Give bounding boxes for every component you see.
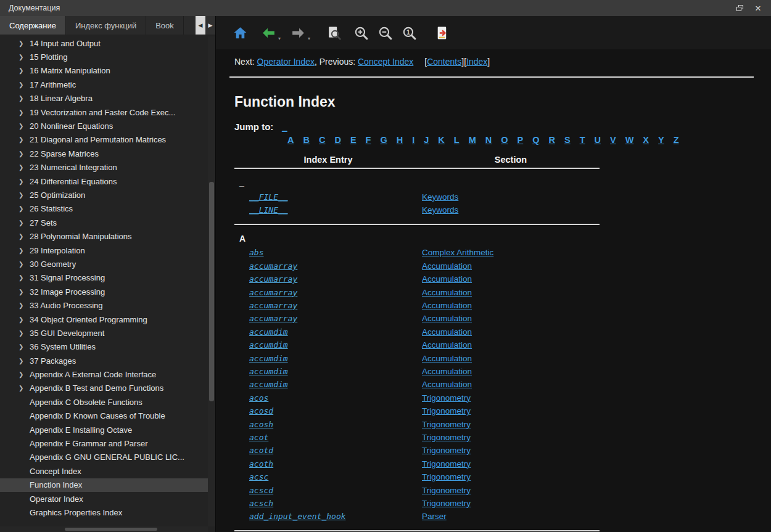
sidebar-item[interactable]: ❯Appendix A External Code Interface	[0, 367, 208, 381]
chevron-right-icon[interactable]: ❯	[19, 302, 30, 309]
sidebar-item[interactable]: Appendix E Installing Octave	[0, 423, 208, 436]
chevron-right-icon[interactable]: ❯	[19, 67, 30, 74]
section-link[interactable]: Trigonometry	[422, 420, 471, 429]
sidebar-item[interactable]: Appendix F Grammar and Parser	[0, 436, 208, 450]
dropdown-arrow-icon[interactable]: ▾	[278, 36, 281, 41]
chevron-right-icon[interactable]: ❯	[19, 95, 30, 102]
section-link[interactable]: Accumulation	[422, 301, 472, 310]
chevron-right-icon[interactable]: ❯	[19, 109, 30, 116]
sidebar-horizontal-scrollbar[interactable]	[0, 526, 208, 532]
jump-underscore-link[interactable]: _	[282, 121, 287, 132]
sidebar-item[interactable]: Graphics Properties Index	[0, 505, 208, 519]
sidebar-item[interactable]: ❯30 Geometry	[0, 257, 208, 271]
jump-letter-link[interactable]: A	[287, 135, 294, 145]
sidebar-item[interactable]: ❯19 Vectorization and Faster Code Exec..…	[0, 105, 208, 119]
tab-scroll-left-button[interactable]: ◀	[196, 16, 205, 35]
chevron-right-icon[interactable]: ❯	[19, 178, 30, 185]
function-link[interactable]: add_input_event_hook	[249, 512, 346, 521]
sidebar-item[interactable]: ❯24 Differential Equations	[0, 174, 208, 188]
zoom-original-button[interactable]: 1	[400, 23, 418, 42]
find-button[interactable]	[324, 23, 343, 42]
jump-letter-link[interactable]: S	[564, 135, 571, 145]
function-link[interactable]: __FILE__	[249, 192, 288, 202]
sidebar-item[interactable]: Appendix D Known Causes of Trouble	[0, 409, 208, 423]
section-link[interactable]: Keywords	[422, 205, 458, 215]
section-link[interactable]: Trigonometry	[422, 433, 471, 442]
function-link[interactable]: accumarray	[249, 288, 297, 297]
chevron-right-icon[interactable]: ❯	[19, 316, 30, 323]
chevron-right-icon[interactable]: ❯	[19, 371, 30, 378]
function-link[interactable]: accumarray	[249, 274, 297, 284]
section-link[interactable]: Trigonometry	[422, 486, 471, 495]
chevron-right-icon[interactable]: ❯	[19, 233, 30, 240]
section-link[interactable]: Trigonometry	[422, 406, 471, 415]
chevron-right-icon[interactable]: ❯	[19, 247, 30, 254]
previous-link[interactable]: Concept Index	[358, 57, 413, 67]
back-button[interactable]: ▾	[259, 23, 278, 42]
sidebar-item[interactable]: ❯35 GUI Development	[0, 326, 208, 340]
section-link[interactable]: Accumulation	[422, 367, 472, 376]
section-link[interactable]: Trigonometry	[422, 393, 471, 403]
jump-letter-link[interactable]: Y	[658, 135, 664, 145]
function-link[interactable]: acoth	[249, 459, 273, 469]
function-link[interactable]: acotd	[249, 446, 273, 455]
function-link[interactable]: acsc	[249, 472, 268, 481]
chevron-right-icon[interactable]: ❯	[19, 205, 30, 212]
chevron-right-icon[interactable]: ❯	[19, 40, 30, 47]
zoom-out-button[interactable]	[376, 23, 394, 42]
function-link[interactable]: acot	[249, 433, 268, 442]
section-link[interactable]: Accumulation	[422, 261, 472, 271]
sidebar-item[interactable]: Operator Index	[0, 492, 208, 505]
chevron-right-icon[interactable]: ❯	[19, 274, 30, 281]
jump-letter-link[interactable]: Q	[532, 135, 539, 145]
function-link[interactable]: accumdim	[249, 340, 288, 350]
jump-letter-link[interactable]: K	[438, 135, 444, 145]
titlebar[interactable]: Документация ×	[0, 0, 771, 16]
section-link[interactable]: Trigonometry	[422, 499, 471, 508]
jump-letter-link[interactable]: F	[366, 135, 371, 145]
jump-letter-link[interactable]: L	[454, 135, 460, 145]
sidebar-item[interactable]: ❯17 Arithmetic	[0, 78, 208, 91]
index-link[interactable]: Index	[466, 57, 487, 67]
sidebar-item[interactable]: ❯Appendix B Test and Demo Functions	[0, 382, 208, 395]
tab-scroll-right-button[interactable]: ▶	[205, 16, 215, 35]
function-link[interactable]: acos	[249, 393, 268, 403]
function-link[interactable]: acsch	[249, 499, 273, 508]
section-link[interactable]: Accumulation	[422, 327, 472, 337]
sidebar-item[interactable]: Appendix G GNU GENERAL PUBLIC LIC...	[0, 451, 208, 464]
jump-letter-link[interactable]: U	[595, 135, 601, 145]
function-link[interactable]: acosh	[249, 420, 273, 429]
jump-letter-link[interactable]: R	[549, 135, 555, 145]
function-link[interactable]: accumdim	[249, 327, 288, 337]
sidebar-item[interactable]: ❯34 Object Oriented Programming	[0, 313, 208, 326]
close-button[interactable]: ×	[749, 1, 767, 15]
chevron-right-icon[interactable]: ❯	[19, 150, 30, 157]
function-link[interactable]: acscd	[249, 486, 273, 495]
chevron-right-icon[interactable]: ❯	[19, 136, 30, 143]
jump-letter-link[interactable]: T	[580, 135, 585, 145]
chevron-right-icon[interactable]: ❯	[19, 343, 30, 350]
section-link[interactable]: Trigonometry	[422, 472, 471, 481]
sidebar-item[interactable]: ❯28 Polynomial Manipulations	[0, 229, 208, 243]
sidebar-item[interactable]: ❯20 Nonlinear Equations	[0, 119, 208, 133]
tab-bookmarks[interactable]: Book	[146, 16, 184, 35]
restore-button[interactable]	[730, 1, 749, 15]
chevron-right-icon[interactable]: ❯	[19, 330, 30, 337]
jump-letter-link[interactable]: N	[485, 135, 492, 145]
function-link[interactable]: accumarray	[249, 314, 297, 323]
sidebar-item[interactable]: ❯32 Image Processing	[0, 285, 208, 298]
jump-letter-link[interactable]: O	[501, 135, 508, 145]
chevron-right-icon[interactable]: ❯	[19, 192, 30, 198]
chevron-right-icon[interactable]: ❯	[19, 123, 30, 129]
jump-letter-link[interactable]: G	[380, 135, 387, 145]
chevron-right-icon[interactable]: ❯	[19, 289, 30, 295]
section-link[interactable]: Accumulation	[422, 354, 472, 363]
tab-function-index[interactable]: Индекс функций	[66, 16, 146, 35]
section-link[interactable]: Complex Arithmetic	[422, 248, 493, 257]
section-link[interactable]: Accumulation	[422, 380, 472, 389]
chevron-right-icon[interactable]: ❯	[19, 164, 30, 171]
sidebar-item[interactable]: ❯23 Numerical Integration	[0, 161, 208, 174]
section-link[interactable]: Accumulation	[422, 340, 472, 350]
function-link[interactable]: abs	[249, 248, 263, 257]
chevron-right-icon[interactable]: ❯	[19, 358, 30, 364]
